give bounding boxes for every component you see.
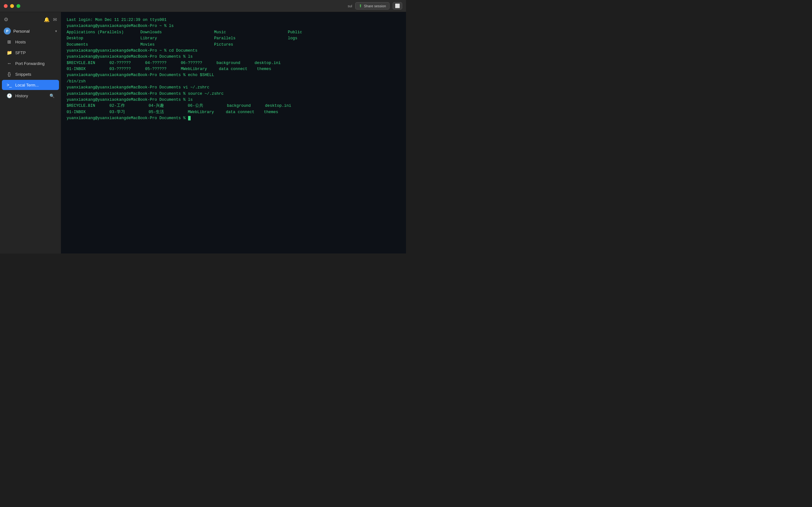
titlebar-left bbox=[4, 4, 20, 8]
history-left: 🕐 History bbox=[6, 93, 28, 98]
port-forwarding-icon: ↔ bbox=[6, 61, 12, 66]
maximize-button[interactable] bbox=[16, 4, 20, 8]
history-search-icon[interactable]: 🔍 bbox=[49, 94, 55, 98]
terminal-line: yuanxiaokang@yuanxiaokangdeMacBook-Pro ~… bbox=[67, 48, 400, 54]
gear-icon[interactable]: ⚙ bbox=[4, 16, 8, 22]
terminal-line: yuanxiaokang@yuanxiaokangdeMacBook-Pro D… bbox=[67, 54, 400, 60]
sidebar-item-history[interactable]: 🕐 History 🔍 bbox=[2, 91, 59, 101]
terminal-line: yuanxiaokang@yuanxiaokangdeMacBook-Pro D… bbox=[67, 97, 400, 103]
hosts-icon: ⊞ bbox=[6, 39, 12, 44]
sidebar: ⚙ 🔔 ✉ P Personal ▾ ⊞ Hosts 📁 SFTP ↔ Port… bbox=[0, 12, 61, 253]
hosts-label: Hosts bbox=[15, 40, 55, 44]
terminal-line: yuanxiaokang@yuanxiaokangdeMacBook-Pro D… bbox=[67, 72, 400, 78]
avatar: P bbox=[4, 27, 11, 35]
terminal-line: Documents Movies Pictures bbox=[67, 42, 400, 48]
terminal-line: Desktop Library Parallels logs bbox=[67, 36, 400, 42]
titlebar: sul ⬆ Share session ⬜ bbox=[0, 0, 406, 12]
minimize-button[interactable] bbox=[10, 4, 14, 8]
snippets-icon: {} bbox=[6, 72, 12, 77]
share-session-button[interactable]: ⬆ Share session bbox=[355, 2, 390, 9]
share-session-label: Share session bbox=[364, 4, 386, 8]
terminal-line: /bin/zsh bbox=[67, 78, 400, 84]
local-term-label: Local Term... bbox=[15, 83, 55, 88]
share-icon: ⬆ bbox=[359, 3, 362, 8]
chevron-down-icon: ▾ bbox=[55, 29, 57, 33]
group-label: Personal bbox=[13, 29, 30, 34]
terminal-line: $RECYCLE.BIN 02-工作 04-兴趣 06-公共 backgroun… bbox=[67, 103, 400, 109]
sidebar-item-port-forwarding[interactable]: ↔ Port Forwarding bbox=[2, 58, 59, 68]
sftp-label: SFTP bbox=[15, 50, 55, 55]
titlebar-right: sul ⬆ Share session ⬜ bbox=[348, 2, 402, 9]
personal-group-header[interactable]: P Personal ▾ bbox=[0, 26, 61, 37]
sidebar-item-local-term[interactable]: >_ Local Term... bbox=[2, 80, 59, 90]
sidebar-item-snippets[interactable]: {} Snippets bbox=[2, 69, 59, 79]
terminal-line: 01-INBOX 03-?????? 05-?????? MWebLibrary… bbox=[67, 66, 400, 72]
sidebar-toggle-button[interactable]: ⬜ bbox=[393, 2, 402, 9]
terminal-line: 01-INBOX 03-学习 05-生活 MWebLibrary data co… bbox=[67, 109, 400, 115]
sftp-icon: 📁 bbox=[6, 50, 12, 55]
terminal-line: yuanxiaokang@yuanxiaokangdeMacBook-Pro D… bbox=[67, 115, 400, 121]
terminal-line: Applications (Parallels) Downloads Music… bbox=[67, 30, 400, 36]
compose-icon[interactable]: ✉ bbox=[53, 17, 57, 22]
terminal-area[interactable]: Last login: Mon Dec 11 21:22:39 on ttys0… bbox=[61, 12, 406, 253]
terminal-line: yuanxiaokang@yuanxiaokangdeMacBook-Pro D… bbox=[67, 84, 400, 91]
snippets-label: Snippets bbox=[15, 72, 55, 77]
user-label: sul bbox=[348, 4, 352, 8]
terminal-line: Last login: Mon Dec 11 21:22:39 on ttys0… bbox=[67, 17, 400, 23]
history-icon: 🕐 bbox=[6, 93, 12, 98]
group-header-left: P Personal bbox=[4, 27, 30, 35]
notification-icon[interactable]: 🔔 bbox=[44, 17, 50, 22]
terminal-cursor bbox=[188, 116, 191, 120]
sidebar-top: ⚙ 🔔 ✉ bbox=[0, 14, 61, 24]
terminal-line: yuanxiaokang@yuanxiaokangdeMacBook-Pro ~… bbox=[67, 23, 400, 29]
close-button[interactable] bbox=[4, 4, 8, 8]
terminal-line: yuanxiaokang@yuanxiaokangdeMacBook-Pro D… bbox=[67, 91, 400, 97]
local-term-icon: >_ bbox=[6, 82, 12, 88]
terminal-line: $RECYCLE.BIN 02-?????? 04-?????? 06-????… bbox=[67, 60, 400, 66]
sidebar-item-hosts[interactable]: ⊞ Hosts bbox=[2, 37, 59, 47]
sidebar-item-sftp[interactable]: 📁 SFTP bbox=[2, 48, 59, 58]
port-forwarding-label: Port Forwarding bbox=[15, 61, 55, 66]
sidebar-top-right: 🔔 ✉ bbox=[44, 17, 57, 22]
history-label: History bbox=[15, 94, 28, 98]
main-layout: ⚙ 🔔 ✉ P Personal ▾ ⊞ Hosts 📁 SFTP ↔ Port… bbox=[0, 12, 406, 253]
